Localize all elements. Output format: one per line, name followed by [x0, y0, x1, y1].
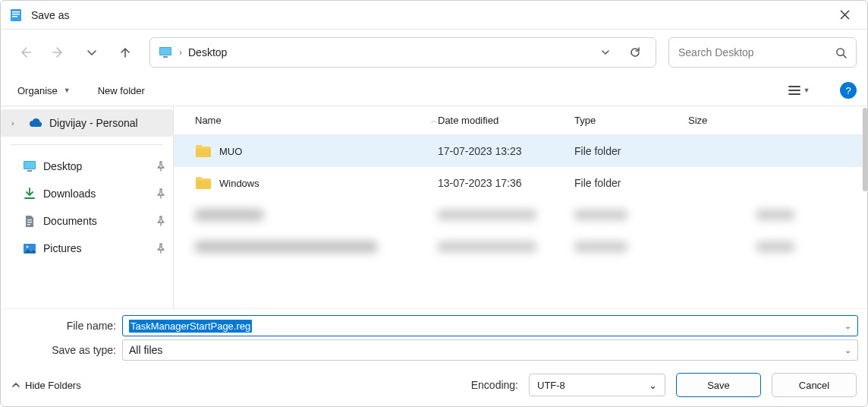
chevron-right-icon: › — [11, 118, 22, 128]
nav-account[interactable]: › Digvijay - Personal — [1, 109, 173, 137]
file-name-value: TaskManagerStartPage.reg — [129, 320, 252, 333]
breadcrumb[interactable]: Desktop — [188, 46, 589, 58]
file-date: 13-07-2023 17:36 — [438, 177, 574, 189]
close-button[interactable] — [829, 4, 860, 27]
save-type-value: All files — [129, 344, 844, 356]
divider — [11, 144, 162, 145]
svg-rect-5 — [160, 48, 171, 55]
command-bar: Organise▼ New folder ▼ ? — [1, 75, 867, 106]
nav-account-label: Digvijay - Personal — [49, 117, 165, 129]
chevron-down-icon[interactable]: ⌄ — [844, 321, 851, 331]
folder-icon — [195, 144, 212, 158]
save-button[interactable]: Save — [676, 373, 761, 397]
forward-button[interactable] — [45, 39, 72, 66]
hide-folders-label: Hide Folders — [25, 380, 81, 391]
recent-locations-button[interactable] — [78, 39, 105, 66]
new-folder-label: New folder — [98, 85, 145, 96]
svg-rect-3 — [12, 16, 17, 17]
save-type-label: Save as type: — [10, 344, 116, 356]
file-list: Name︿ Date modified Type Size MUO 17-07-… — [174, 106, 867, 308]
footer: Hide Folders Encoding: UTF-8 ⌄ Save Canc… — [1, 364, 867, 406]
quick-documents-label: Documents — [43, 215, 150, 227]
notepad-icon — [8, 8, 24, 23]
chevron-down-icon: ▼ — [64, 87, 71, 94]
column-size[interactable]: Size — [688, 115, 779, 126]
column-headers: Name︿ Date modified Type Size — [174, 106, 867, 135]
quick-pictures-label: Pictures — [43, 242, 150, 254]
organise-button[interactable]: Organise▼ — [11, 78, 77, 103]
folder-icon — [195, 176, 212, 190]
navigation-pane: › Digvijay - Personal Desktop Downloads — [1, 106, 174, 308]
file-name-label: File name: — [10, 320, 116, 332]
help-button[interactable]: ? — [840, 82, 857, 99]
new-folder-button[interactable]: New folder — [92, 78, 151, 103]
address-bar[interactable]: › Desktop — [149, 37, 656, 68]
file-row[interactable]: Windows 13-07-2023 17:36 File folder — [174, 167, 867, 199]
window-title: Save as — [31, 9, 829, 21]
pin-icon — [156, 216, 165, 226]
pictures-icon — [22, 241, 37, 256]
quick-downloads-label: Downloads — [43, 188, 150, 200]
refresh-button[interactable] — [622, 46, 648, 58]
up-button[interactable] — [112, 39, 139, 66]
svg-rect-11 — [27, 219, 32, 220]
back-button[interactable] — [11, 39, 39, 66]
quick-downloads[interactable]: Downloads — [1, 180, 173, 207]
file-row[interactable]: MUO 17-07-2023 13:23 File folder — [174, 135, 867, 167]
column-name[interactable]: Name︿ — [195, 115, 438, 126]
svg-rect-12 — [27, 222, 32, 222]
svg-rect-13 — [27, 224, 30, 225]
file-name-input[interactable]: TaskManagerStartPage.reg ⌄ — [122, 315, 858, 336]
quick-pictures[interactable]: Pictures — [1, 235, 173, 262]
file-type: File folder — [574, 145, 688, 157]
nav-row: › Desktop Search Desktop — [1, 30, 867, 75]
svg-rect-6 — [163, 56, 168, 58]
organise-label: Organise — [17, 85, 58, 96]
view-options-button[interactable]: ▼ — [784, 79, 814, 102]
chevron-down-icon: ⌄ — [649, 380, 657, 391]
save-type-select[interactable]: All files ⌄ — [122, 339, 858, 361]
blurred-row — [174, 231, 867, 263]
svg-rect-1 — [12, 11, 20, 13]
monitor-icon — [22, 159, 37, 174]
encoding-label: Encoding: — [471, 379, 518, 391]
file-name: MUO — [219, 146, 242, 157]
search-input[interactable]: Search Desktop — [668, 37, 857, 68]
search-placeholder: Search Desktop — [678, 46, 835, 58]
svg-rect-10 — [27, 170, 32, 172]
scrollbar-thumb[interactable] — [863, 108, 867, 191]
chevron-right-icon: › — [179, 47, 182, 58]
quick-desktop-label: Desktop — [43, 160, 150, 172]
svg-rect-0 — [11, 9, 21, 21]
hide-folders-button[interactable]: Hide Folders — [11, 380, 81, 391]
svg-rect-9 — [24, 162, 35, 169]
pin-icon — [156, 188, 165, 199]
monitor-icon — [158, 45, 173, 60]
title-bar: Save as — [1, 1, 867, 30]
document-icon — [22, 213, 37, 229]
file-type: File folder — [574, 177, 688, 189]
quick-documents[interactable]: Documents — [1, 207, 173, 235]
column-date[interactable]: Date modified — [438, 115, 574, 126]
sort-asc-icon: ︿ — [430, 115, 438, 126]
search-icon — [835, 47, 847, 58]
file-date: 17-07-2023 13:23 — [438, 145, 574, 157]
blurred-row — [174, 199, 867, 231]
download-icon — [22, 186, 37, 201]
pin-icon — [156, 243, 165, 254]
main-area: › Digvijay - Personal Desktop Downloads — [1, 106, 867, 308]
svg-point-15 — [27, 245, 29, 248]
encoding-value: UTF-8 — [537, 380, 649, 391]
address-dropdown[interactable] — [595, 48, 616, 57]
quick-desktop[interactable]: Desktop — [1, 153, 173, 180]
column-type[interactable]: Type — [574, 115, 688, 126]
encoding-select[interactable]: UTF-8 ⌄ — [529, 374, 665, 396]
chevron-down-icon: ▼ — [804, 87, 810, 94]
save-fields: File name: TaskManagerStartPage.reg ⌄ Sa… — [1, 308, 867, 364]
cancel-button[interactable]: Cancel — [772, 373, 857, 397]
chevron-down-icon[interactable]: ⌄ — [844, 345, 851, 355]
pin-icon — [156, 161, 165, 172]
file-name: Windows — [219, 178, 259, 189]
svg-rect-2 — [12, 14, 20, 15]
cloud-icon — [28, 115, 43, 131]
